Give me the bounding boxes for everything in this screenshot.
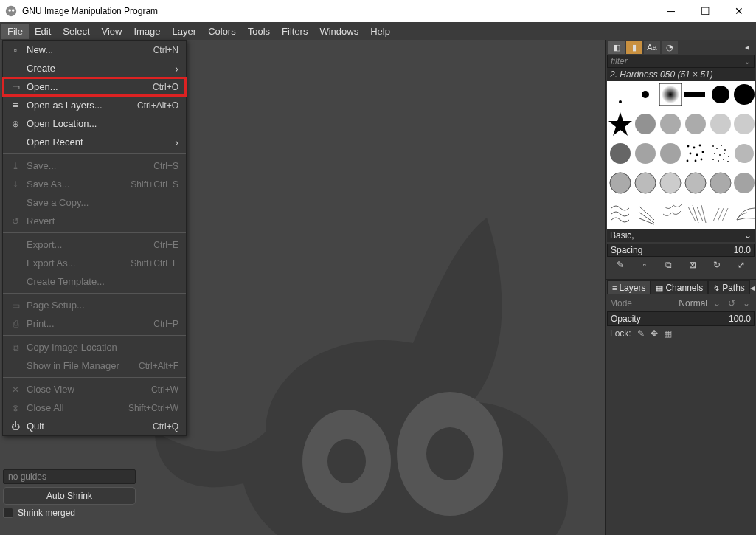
edit-brush-icon[interactable]: ✎ xyxy=(613,258,628,272)
brush-filter-input[interactable]: filter ⌄ xyxy=(607,55,755,68)
layers-icon: ≡ xyxy=(612,283,617,292)
menu-tools[interactable]: Tools xyxy=(242,24,276,39)
dock-menu-icon[interactable]: ◂ xyxy=(741,41,753,53)
menu-item-label: Open as Layers... xyxy=(27,100,137,111)
menu-view[interactable]: View xyxy=(96,24,128,39)
file-menu-dropdown: ▫New...Ctrl+NCreate›▭Open...Ctrl+O≣Open … xyxy=(2,40,187,436)
menu-item-quit[interactable]: ⏻QuitCtrl+Q xyxy=(3,417,186,435)
opacity-value: 100.0 xyxy=(729,314,751,324)
menu-item-revert: ↺Revert xyxy=(3,212,186,230)
menu-item-open[interactable]: ▭Open...Ctrl+O xyxy=(3,77,186,96)
svg-point-1 xyxy=(8,9,11,12)
brushes-tab[interactable]: ◧ xyxy=(608,41,625,54)
menu-item-icon: ↺ xyxy=(9,216,22,227)
submenu-arrow-icon: › xyxy=(175,137,178,148)
fonts-tab[interactable]: Aa xyxy=(644,41,660,54)
menu-item-open-as-layers[interactable]: ≣Open as Layers...Ctrl+Alt+O xyxy=(3,96,186,114)
auto-shrink-button[interactable]: Auto Shrink xyxy=(3,487,136,505)
patterns-tab[interactable]: ▮ xyxy=(626,41,642,54)
submenu-arrow-icon: › xyxy=(175,63,178,75)
menu-item-icon: ≣ xyxy=(9,100,22,111)
menu-windows[interactable]: Windows xyxy=(313,24,364,39)
menu-edit[interactable]: Edit xyxy=(29,24,57,39)
svg-point-6 xyxy=(426,427,474,480)
menu-item-label: Open... xyxy=(27,81,153,92)
history-tab[interactable]: ◔ xyxy=(662,41,678,54)
menu-item-save-as: ⤓Save As...Shift+Ctrl+S xyxy=(3,175,186,193)
lock-pixels-icon[interactable]: ✎ xyxy=(637,328,645,339)
menu-image[interactable]: Image xyxy=(128,24,166,39)
svg-point-22 xyxy=(610,143,631,164)
menu-colors[interactable]: Colors xyxy=(202,24,242,39)
menu-item-label: Save As... xyxy=(27,179,131,190)
mode-switch-dropdown[interactable]: ⌄ xyxy=(741,298,752,308)
menu-help[interactable]: Help xyxy=(364,24,396,39)
tab-layers[interactable]: ≡Layers xyxy=(607,280,651,294)
menu-item-label: Page Setup... xyxy=(27,300,178,311)
minimize-button[interactable]: ─ xyxy=(654,0,688,22)
menu-item-new[interactable]: ▫New...Ctrl+N xyxy=(3,41,186,59)
svg-point-14 xyxy=(734,84,755,105)
svg-point-31 xyxy=(687,160,689,162)
svg-point-15 xyxy=(662,86,679,103)
guides-field[interactable]: no guides xyxy=(3,469,136,484)
brush-grid[interactable] xyxy=(607,81,755,229)
filter-placeholder: filter xyxy=(611,56,628,66)
svg-point-13 xyxy=(712,86,729,103)
opacity-slider[interactable]: Opacity 100.0 xyxy=(607,311,755,326)
menu-filters[interactable]: Filters xyxy=(276,24,313,39)
menu-separator xyxy=(3,377,186,378)
menu-item-shortcut: Shift+Ctrl+E xyxy=(131,258,178,269)
menu-separator xyxy=(3,232,186,233)
mode-dropdown[interactable]: ⌄ xyxy=(712,298,722,308)
new-brush-icon[interactable]: ▫ xyxy=(637,258,652,272)
brushes-dock-tabs: ◧ ▮ Aa ◔ ◂ xyxy=(606,40,756,55)
svg-point-9 xyxy=(642,91,649,98)
svg-point-25 xyxy=(687,145,690,148)
svg-point-23 xyxy=(635,143,656,164)
svg-point-37 xyxy=(724,149,726,151)
menu-item-page-setup: ▭Page Setup... xyxy=(3,296,186,314)
menu-item-export: Export...Ctrl+E xyxy=(3,235,186,254)
tab-paths[interactable]: ↯Paths xyxy=(708,280,750,294)
svg-point-24 xyxy=(660,143,681,164)
refresh-brush-icon[interactable]: ↻ xyxy=(710,258,724,272)
menu-item-label: Open Location... xyxy=(27,118,178,129)
menu-item-label: Create xyxy=(27,63,175,74)
shrink-merged-label: Shrink merged xyxy=(18,508,75,518)
menu-item-label: Copy Image Location xyxy=(27,342,178,353)
svg-point-8 xyxy=(619,100,622,103)
lock-label: Lock: xyxy=(610,328,631,339)
menu-item-open-location[interactable]: ⊕Open Location... xyxy=(3,114,186,133)
brush-preset-select[interactable]: Basic, ⌄ xyxy=(607,229,755,242)
menu-item-label: Export As... xyxy=(27,258,131,269)
svg-point-5 xyxy=(327,439,366,483)
menu-item-create[interactable]: Create› xyxy=(3,59,186,77)
svg-rect-12 xyxy=(684,92,705,97)
maximize-button[interactable]: ☐ xyxy=(688,0,722,22)
svg-point-30 xyxy=(702,151,704,153)
dock-menu-icon[interactable]: ◂ xyxy=(750,282,755,294)
tab-channels[interactable]: ▦Channels xyxy=(651,280,708,294)
delete-brush-icon[interactable]: ⊠ xyxy=(685,258,700,272)
svg-point-45 xyxy=(727,161,729,162)
lock-position-icon[interactable]: ✥ xyxy=(651,328,658,339)
menu-layer[interactable]: Layer xyxy=(167,24,203,39)
menu-select[interactable]: Select xyxy=(57,24,95,39)
layers-dock-tabs: ≡Layers ▦Channels ↯Paths ◂ xyxy=(606,279,756,295)
lock-alpha-icon[interactable]: ▦ xyxy=(664,328,672,339)
menu-item-open-recent[interactable]: Open Recent› xyxy=(3,133,186,151)
mode-switch-icon[interactable]: ↺ xyxy=(726,298,737,308)
menu-item-shortcut: Ctrl+W xyxy=(151,384,178,395)
menu-separator xyxy=(3,153,186,154)
svg-point-51 xyxy=(685,173,706,193)
open-as-image-icon[interactable]: ⤢ xyxy=(734,258,749,272)
menu-item-shortcut: Ctrl+S xyxy=(153,161,178,171)
duplicate-brush-icon[interactable]: ⧉ xyxy=(662,258,676,272)
tab-paths-label: Paths xyxy=(722,283,745,293)
shrink-merged-checkbox[interactable]: Shrink merged xyxy=(3,508,136,518)
close-button[interactable]: ✕ xyxy=(722,0,756,22)
menu-file[interactable]: File xyxy=(1,24,29,39)
spacing-slider[interactable]: Spacing 10.0 xyxy=(607,244,755,257)
menu-item-icon: ⊕ xyxy=(9,119,22,129)
